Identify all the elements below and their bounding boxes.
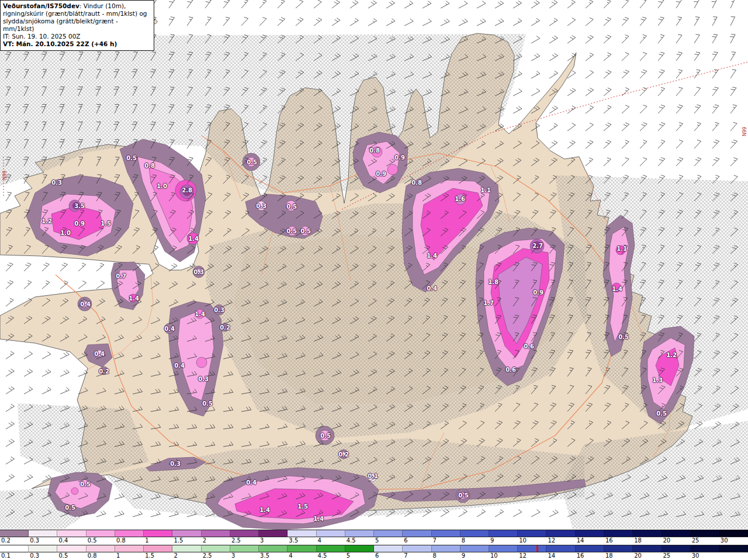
colorbar-swatch [633,530,662,537]
colorbar-tick-label: 5 [374,537,403,545]
colorbar-tick-label: 0.3 [29,552,57,560]
colorbar-segment: 20 [633,545,662,560]
product-name: Veðurstofan/IS750dev [3,2,79,9]
colorbar-tick-label: 12 [518,552,546,560]
colorbar-tick-label: 16 [604,537,633,545]
colorbar-segment: 10 [518,530,546,545]
colorbar-tick-label: 4 [288,552,316,560]
colorbar-swatch [29,530,57,537]
colorbar-swatch [576,545,604,552]
colorbar-swatch [144,530,172,537]
colorbar-segment: 0.4 [57,530,86,545]
colorbar-segment: 7 [432,530,460,545]
colorbar-segment: 18 [604,545,633,560]
colorbar-swatch [518,530,546,537]
colorbar-swatch [374,530,403,537]
colorbar-segment: 0.3 [29,545,57,560]
colorbar-swatch [86,530,115,537]
colorbar-swatch [460,530,489,537]
colorbar-tick-label: 3 [230,552,259,560]
colorbar-swatch [460,545,489,552]
colorbar-segment: 12 [546,530,575,545]
colorbar-swatch [202,545,230,552]
colorbar-segment [719,545,748,560]
colorbar-tick-label: 0.4 [57,537,86,545]
colorbar-segment: 16 [576,545,604,560]
colorbar-segment: 25 [662,545,690,560]
colorbar-tick-label [719,552,748,560]
legend-line-product: Veðurstofan/IS750dev: Vindur (10m), [3,2,150,10]
colorbar-tick-label: 18 [604,552,633,560]
colorbar-tick-label: 18 [633,537,662,545]
colorbar-swatch [691,545,719,552]
colorbar-swatch [317,545,345,552]
colorbar-tick-label: 20 [662,537,690,545]
colorbar-swatch [604,530,633,537]
colorbar-segment: 7 [403,545,431,560]
colorbar-swatch [546,530,575,537]
colorbar-swatch [115,545,144,552]
colorbar-swatch [29,545,57,552]
colorbar-tick-label: 20 [633,552,662,560]
colorbar-tick-label: 0.5 [86,537,115,545]
colorbar-swatch [288,530,316,537]
colorbar-swatch [230,545,259,552]
colorbar-tick-label: 10 [489,552,518,560]
colorbar-swatch [662,530,690,537]
colorbar-segment: 2.5 [230,530,259,545]
colorbar-swatch [172,530,201,537]
colorbar-swatch [259,545,288,552]
colorbar-segment: 1 [115,545,144,560]
colorbar-segment: 0.2 [0,530,29,545]
colorbar-segment: 2.5 [202,545,230,560]
colorbar-tick-label: 9 [460,552,489,560]
colorbar-swatch [489,530,518,537]
colorbar-tick-label: 0.3 [29,537,57,545]
weather-map-page: 0.33.51.20.91.01.50.50.81.02.81.40.71.40… [0,0,748,560]
colorbar-tick-label: 30 [719,537,748,545]
colorbar-swatch [0,530,29,537]
colorbar-swatch [0,545,29,552]
colorbar-swatch [518,545,546,552]
colorbar-swatch [662,545,690,552]
colorbar-tick-label: 3.5 [259,552,288,560]
colorbar-tick-label: 7 [403,552,431,560]
colorbar-segment: 30 [691,545,719,560]
colorbar-tick-label: 14 [576,537,604,545]
colorbar-segment: 30 [719,530,748,545]
colorbar-segment: 16 [604,530,633,545]
colorbar-tick-label: 4.5 [345,537,374,545]
colorbar-segment: 6 [374,545,403,560]
colorbar-segment: 0.5 [57,545,86,560]
colorbar-tick-label: 2 [172,552,201,560]
colorbar-segment: 12 [518,545,546,560]
colorbar-swatch [144,545,172,552]
colorbar-segment: 0.5 [86,530,115,545]
colorbar-swatch [576,530,604,537]
colorbar-tick-label: 0.8 [115,537,144,545]
colorbar-tick-label: 1 [115,552,144,560]
colorbar-segment: 3 [230,545,259,560]
product-variable: : Vindur (10m), [79,2,126,9]
colorbar-segment: 8 [432,545,460,560]
colorbar-segment: 4 [288,545,316,560]
colorbar-tick-label: 7 [432,537,460,545]
colorbar-segment: 9 [489,530,518,545]
colorbar-segment: 6 [403,530,431,545]
colorbar-rain-showers-mm-per-hour: 0.20.30.40.50.811.522.533.544.5567891012… [0,530,748,545]
colorbar-swatch [633,545,662,552]
colorbar-tick-label: 5 [345,552,374,560]
colorbar-tick-label: 3 [259,537,288,545]
colorbar-swatch [345,530,374,537]
colorbar-tick-label: 16 [576,552,604,560]
colorbar-tick-label: 2 [202,537,230,545]
colorbar-segment: 2 [172,545,201,560]
colorbar-sleet-snow-mm-per-hour: 0.10.30.50.811.522.533.544.5567891012141… [0,545,748,560]
colorbar-tick-label: 1.5 [172,537,201,545]
colorbar-swatch [546,545,575,552]
colorbar-tick-label: 14 [546,552,575,560]
colorbar-tick-label: 9 [489,537,518,545]
colorbar-swatch [57,530,86,537]
colorbar-swatch [719,530,748,537]
colorbar-swatch [172,545,201,552]
